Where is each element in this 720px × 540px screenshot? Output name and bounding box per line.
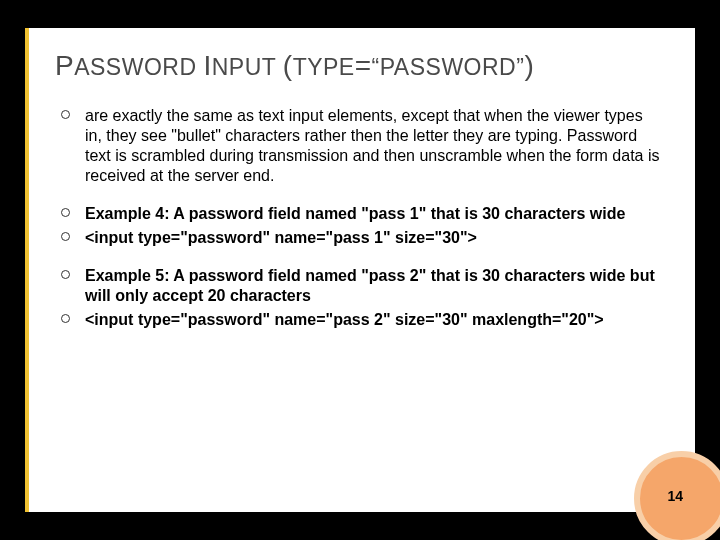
bullet-item: Example 4: A password field named "pass … bbox=[59, 204, 663, 224]
bullet-text: <input type="password" name="pass 2" siz… bbox=[85, 311, 604, 328]
bullet-item: <input type="password" name="pass 1" siz… bbox=[59, 228, 663, 248]
bullet-item: Example 5: A password field named "pass … bbox=[59, 266, 663, 306]
slide-content: are exactly the same as text input eleme… bbox=[59, 106, 663, 334]
page-number: 14 bbox=[667, 488, 683, 504]
bullet-text: Example 5: A password field named "pass … bbox=[85, 267, 655, 304]
bullet-text: <input type="password" name="pass 1" siz… bbox=[85, 229, 477, 246]
accent-bar bbox=[25, 28, 29, 512]
bullet-text: are exactly the same as text input eleme… bbox=[85, 107, 660, 184]
bullet-item: are exactly the same as text input eleme… bbox=[59, 106, 663, 186]
bullet-text: Example 4: A password field named "pass … bbox=[85, 205, 625, 222]
bullet-item: <input type="password" name="pass 2" siz… bbox=[59, 310, 663, 330]
bullet-list: are exactly the same as text input eleme… bbox=[59, 106, 663, 330]
slide-title: PASSWORD INPUT (TYPE=“PASSWORD”) bbox=[55, 50, 534, 82]
slide: PASSWORD INPUT (TYPE=“PASSWORD”) are exa… bbox=[25, 28, 695, 512]
